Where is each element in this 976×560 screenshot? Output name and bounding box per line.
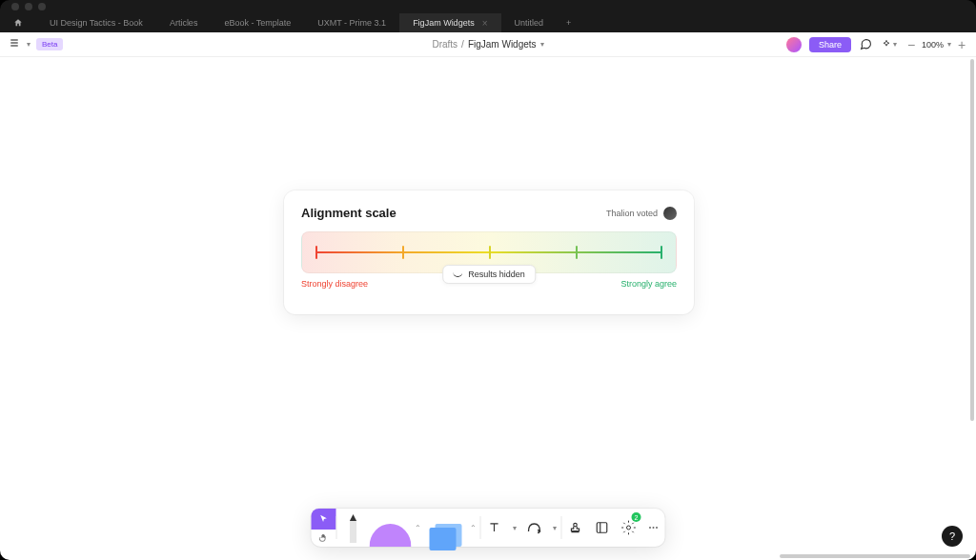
scale-label-max: Strongly agree (620, 279, 677, 289)
window-chrome (0, 0, 976, 13)
scale-gradient-line (315, 251, 662, 253)
connector-icon (527, 521, 542, 534)
scale-tick[interactable] (489, 246, 491, 259)
app-header: ▾ Beta Drafts / FigJam Widgets ▾ Share ▾… (0, 32, 976, 57)
beta-badge: Beta (36, 38, 63, 50)
stamp-icon (569, 521, 582, 534)
traffic-light-zoom[interactable] (38, 3, 46, 10)
home-icon (13, 18, 23, 28)
svg-rect-1 (10, 42, 18, 44)
svg-point-3 (574, 523, 578, 527)
eye-closed-icon (453, 271, 462, 277)
tab-item[interactable]: Articles (156, 13, 212, 32)
close-icon[interactable]: × (482, 18, 488, 29)
tab-item[interactable]: UXMT - Prime 3.1 (304, 13, 399, 32)
pointer-icon (319, 514, 329, 524)
scale-tick[interactable] (315, 246, 317, 259)
widget-title: Alignment scale (301, 206, 396, 220)
connector-options-chevron[interactable]: ▾ (548, 509, 561, 547)
marker-icon (346, 512, 361, 545)
figma-logo-icon (10, 38, 19, 51)
marker-tool[interactable] (337, 509, 370, 547)
connector-tool[interactable] (521, 509, 548, 547)
section-tool[interactable] (589, 509, 616, 547)
chevron-down-icon[interactable]: ▾ (27, 40, 30, 49)
sticky-note-tool[interactable] (425, 509, 467, 547)
hand-icon (319, 533, 329, 543)
zoom-out-button[interactable]: − (905, 38, 918, 51)
tab-item[interactable]: UI Design Tactics - Book (36, 13, 156, 32)
app-frame: ▾ Beta Drafts / FigJam Widgets ▾ Share ▾… (0, 32, 976, 560)
traffic-light-close[interactable] (11, 3, 19, 10)
svg-rect-2 (10, 45, 18, 47)
scrollbar-vertical[interactable] (970, 59, 974, 421)
sparkle-icon (882, 38, 891, 50)
scale-tick[interactable] (661, 246, 662, 259)
zoom-controls: − 100% ▾ + (905, 38, 968, 51)
widgets-tool[interactable]: 2 (616, 509, 642, 547)
voter-avatar (663, 207, 677, 220)
svg-point-8 (656, 527, 658, 529)
stamp-tool[interactable] (562, 509, 589, 547)
widget-count-badge: 2 (632, 512, 641, 522)
results-hidden-label: Results hidden (468, 270, 525, 279)
chevron-down-icon[interactable]: ▾ (540, 40, 544, 49)
effects-button[interactable]: ▾ (882, 37, 897, 52)
main-menu-button[interactable] (8, 38, 21, 51)
tab-item-active[interactable]: FigJam Widgets× (399, 13, 500, 32)
svg-point-5 (627, 526, 631, 530)
gear-plus-icon (621, 520, 637, 535)
alignment-scale-widget[interactable]: Alignment scale Thalion voted Results hi… (284, 190, 694, 314)
shape-preview-icon (370, 524, 412, 547)
shape-options-chevron[interactable]: ⌃ (412, 509, 425, 547)
svg-rect-4 (597, 523, 607, 533)
breadcrumb-parent[interactable]: Drafts (432, 39, 458, 50)
new-tab-button[interactable]: + (557, 18, 580, 28)
chevron-down-icon[interactable]: ▾ (947, 40, 951, 49)
zoom-in-button[interactable]: + (955, 38, 968, 51)
more-tools-button[interactable] (642, 509, 665, 547)
scale-tick[interactable] (576, 246, 578, 259)
svg-rect-0 (10, 39, 18, 41)
svg-point-6 (649, 527, 651, 529)
zoom-value[interactable]: 100% (922, 40, 944, 50)
tab-item[interactable]: eBook - Template (211, 13, 304, 32)
section-icon (596, 521, 609, 534)
voted-label: Thalion voted (606, 209, 658, 218)
scrollbar-horizontal[interactable] (780, 554, 970, 558)
shape-tool[interactable] (370, 509, 412, 547)
scale-track[interactable]: Results hidden (301, 231, 677, 273)
help-button[interactable]: ? (942, 526, 963, 547)
hand-tool[interactable] (312, 530, 336, 547)
sticky-options-chevron[interactable]: ⌃ (467, 509, 480, 547)
tab-bar: UI Design Tactics - Book Articles eBook … (0, 13, 976, 32)
svg-point-7 (653, 527, 655, 529)
tab-item[interactable]: Untitled (501, 13, 558, 32)
text-icon (488, 521, 501, 534)
scale-tick[interactable] (402, 246, 404, 259)
more-icon (648, 522, 660, 533)
comments-button[interactable] (859, 37, 874, 52)
breadcrumb[interactable]: Drafts / FigJam Widgets ▾ (432, 39, 543, 50)
breadcrumb-current[interactable]: FigJam Widgets (468, 39, 537, 50)
user-avatar[interactable] (786, 37, 802, 52)
text-tool[interactable] (481, 509, 508, 547)
share-button[interactable]: Share (809, 37, 851, 52)
text-options-chevron[interactable]: ▾ (508, 509, 521, 547)
sticky-icon (430, 520, 462, 547)
breadcrumb-separator: / (461, 39, 464, 50)
scale-label-min: Strongly disagree (301, 279, 368, 289)
canvas[interactable]: Alignment scale Thalion voted Results hi… (0, 57, 976, 560)
voted-indicator: Thalion voted (606, 207, 677, 220)
chat-icon (860, 38, 872, 50)
home-button[interactable] (0, 18, 36, 28)
pointer-tool[interactable] (312, 509, 336, 530)
traffic-light-minimize[interactable] (25, 3, 32, 10)
bottom-toolbar: ⌃ ⌃ ▾ ▾ (312, 509, 665, 547)
